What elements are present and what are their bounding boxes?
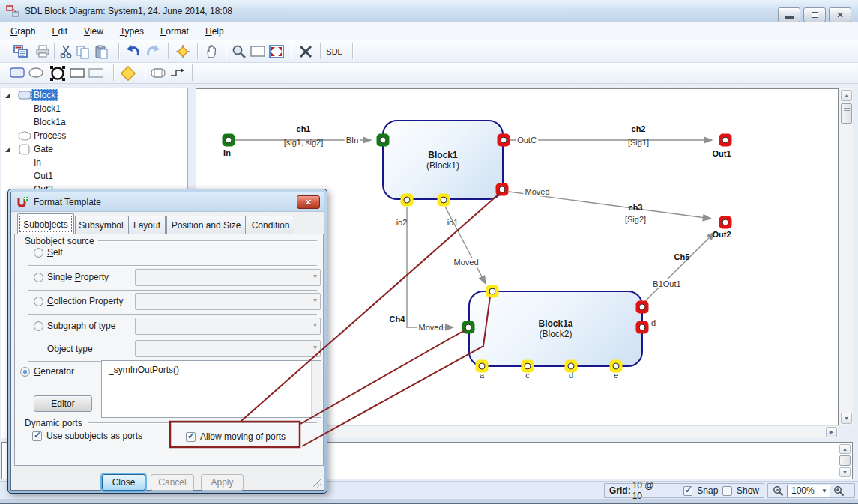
subgraph-type-combo: ▾	[135, 318, 321, 335]
tab-subobjects[interactable]: Subobjects	[17, 213, 74, 234]
tree-item-out1[interactable]: Out1	[31, 170, 55, 182]
radio-subgraph[interactable]	[34, 321, 43, 331]
label-bin: BIn	[345, 136, 360, 145]
use-subobjects-label: Use subobjects as ports	[46, 431, 142, 441]
title-bar: SDL Block Diagram: System1, 24. June 201…	[0, 0, 858, 22]
radio-generator[interactable]	[20, 367, 30, 377]
port-bin[interactable]	[377, 134, 390, 147]
menu-view[interactable]: View	[84, 26, 103, 37]
sdl-button[interactable]: SDL	[322, 42, 346, 61]
rounded-shape-button[interactable]	[149, 64, 167, 81]
diamond-shape-button[interactable]	[119, 64, 137, 82]
menu-edit[interactable]: Edit	[52, 26, 67, 37]
cut-icon	[58, 45, 73, 59]
menu-graph[interactable]: Graph	[10, 26, 35, 37]
pane-scroll-up-button[interactable]: ▲	[839, 444, 851, 454]
scroll-right-button[interactable]: ▶	[826, 427, 837, 437]
use-subobjects-checkbox[interactable]	[32, 431, 42, 441]
snap-checkbox[interactable]	[683, 486, 693, 496]
radio-collection-property[interactable]	[34, 297, 43, 306]
vscroll-thumb[interactable]	[841, 103, 852, 124]
port-d-right[interactable]	[636, 321, 649, 334]
zoom-rect-button[interactable]	[248, 42, 268, 61]
pane-scroll-down-button[interactable]: ▼	[839, 467, 851, 477]
port-outc[interactable]	[498, 134, 510, 147]
scroll-down-button[interactable]: ▼	[841, 413, 852, 424]
generator-scrollbar[interactable]	[311, 361, 321, 417]
menu-help[interactable]: Help	[205, 26, 224, 37]
tree-item-block[interactable]: Block	[31, 89, 58, 101]
tab-condition[interactable]: Condition	[247, 216, 294, 234]
tree-item-gate[interactable]: Gate	[31, 143, 55, 155]
zoom-combo[interactable]: 100% ▼	[787, 485, 830, 497]
menu-types[interactable]: Types	[120, 26, 144, 37]
port-top-block1a[interactable]	[486, 285, 499, 298]
port-moved-block1a[interactable]	[462, 321, 475, 334]
print-button[interactable]	[33, 42, 52, 61]
dialog-resize-grip[interactable]	[313, 479, 321, 488]
window-title: SDL Block Diagram: System1, 24. June 201…	[25, 6, 232, 16]
port-io1[interactable]	[438, 194, 450, 207]
minimize-button[interactable]	[778, 7, 800, 22]
close-button[interactable]: ✕	[829, 7, 851, 22]
block-shape-button[interactable]	[8, 64, 26, 81]
port-b1out1[interactable]	[636, 301, 649, 314]
restore-button[interactable]	[803, 7, 826, 22]
add-point-button[interactable]	[173, 42, 193, 61]
format-template-dialog: Format Template ✕ Subobjects Subsymbol L…	[7, 189, 327, 494]
menu-format[interactable]: Format	[160, 26, 189, 37]
generator-input[interactable]: _symInOutPorts()	[101, 360, 321, 418]
frame-shape-button[interactable]	[87, 64, 105, 81]
dialog-close-button[interactable]: ✕	[297, 195, 320, 209]
show-checkbox[interactable]	[722, 486, 732, 496]
tab-position-size[interactable]: Position and Size	[166, 216, 246, 234]
port-io2[interactable]	[401, 194, 414, 207]
close-icon: ✕	[836, 10, 843, 20]
gate-shape-button[interactable]	[48, 64, 67, 82]
zoom-in-icon[interactable]	[833, 485, 845, 497]
label-port-d: d	[569, 371, 573, 380]
copy-button[interactable]	[73, 42, 93, 61]
combo-arrow-icon[interactable]: ▼	[821, 488, 827, 494]
radio-self[interactable]	[34, 248, 43, 258]
cancel-button: Cancel	[151, 474, 194, 491]
port-out2[interactable]	[719, 216, 732, 229]
block1-name: Block1	[428, 150, 457, 160]
zoom-out-icon[interactable]	[773, 485, 784, 497]
editor-button[interactable]: Editor	[34, 395, 92, 412]
pan-hand-icon	[204, 44, 220, 59]
process-type-icon	[18, 131, 31, 141]
block1-symbol[interactable]: Block1 (Block1)	[382, 120, 504, 200]
tab-subsymbol[interactable]: Subsymbol	[75, 216, 127, 234]
block1a-symbol[interactable]: Block1a (Block2)	[468, 291, 643, 367]
port-out1[interactable]	[719, 134, 732, 147]
rect-shape-button[interactable]	[68, 64, 86, 81]
radio-generator-label: Generator	[34, 366, 74, 377]
delete-button[interactable]	[296, 42, 315, 61]
redo-button[interactable]	[143, 42, 163, 61]
port-moved-block1[interactable]	[496, 183, 509, 196]
tree-item-block1[interactable]: Block1	[31, 103, 63, 115]
connector-arrow-button[interactable]	[169, 64, 187, 81]
undo-button[interactable]	[124, 42, 143, 61]
ellipse-shape-button[interactable]	[27, 64, 45, 81]
allow-moving-checkbox[interactable]	[186, 432, 196, 442]
expander-icon[interactable]	[4, 92, 12, 100]
tree-item-block1a[interactable]: Block1a	[31, 116, 68, 128]
diagram-properties-button[interactable]	[11, 42, 31, 61]
canvas-vscrollbar[interactable]: ▲ ▼	[839, 88, 853, 425]
port-in[interactable]	[223, 134, 235, 147]
pan-button[interactable]	[202, 42, 222, 61]
scroll-up-button[interactable]: ▲	[841, 90, 852, 101]
tree-item-in[interactable]: In	[31, 157, 43, 168]
pane-scroll-thumb[interactable]	[839, 455, 851, 466]
menu-bar: Graph Edit View Types Format Help	[0, 22, 858, 40]
dialog-close-action-button[interactable]: Close	[102, 474, 145, 491]
zoom-button[interactable]	[229, 42, 249, 61]
radio-single-property[interactable]	[34, 273, 43, 282]
tab-layout[interactable]: Layout	[128, 216, 166, 234]
fit-window-button[interactable]	[267, 42, 286, 61]
paste-button[interactable]	[92, 42, 112, 61]
tree-item-process[interactable]: Process	[31, 130, 68, 142]
expander-icon[interactable]	[4, 146, 12, 154]
